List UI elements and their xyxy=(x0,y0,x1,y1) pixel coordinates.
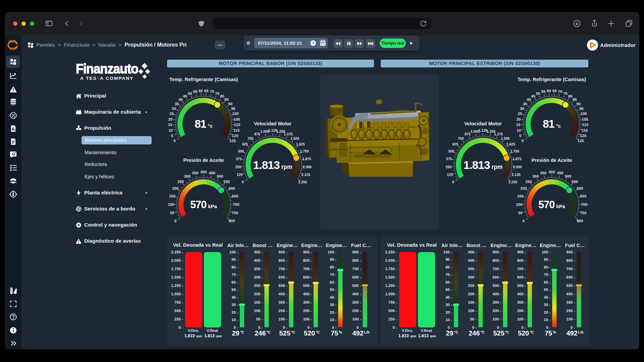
svg-text:2.000 -: 2.000 - xyxy=(385,258,397,262)
svg-text:Boost …: Boost … xyxy=(467,243,487,248)
svg-text:10: 10 xyxy=(168,128,173,132)
svg-text:525°C: 525°C xyxy=(279,329,296,337)
svg-text:0: 0 xyxy=(174,219,176,223)
svg-text:5: 5 xyxy=(519,134,522,138)
svg-text:25: 25 xyxy=(170,112,174,116)
svg-text:60: 60 xyxy=(199,89,203,93)
svg-text:100: 100 xyxy=(168,202,174,206)
svg-text:2.000 -: 2.000 - xyxy=(171,258,183,262)
svg-text:500 -: 500 - xyxy=(174,309,183,313)
svg-text:800 -: 800 - xyxy=(278,258,287,262)
svg-text:520°C: 520°C xyxy=(518,329,534,337)
svg-text:2.250 -: 2.250 - xyxy=(385,250,397,254)
svg-text:35: 35 xyxy=(523,102,527,106)
svg-text:50: 50 xyxy=(170,211,174,215)
svg-text:1.750: 1.750 xyxy=(300,149,309,153)
svg-text:10 -: 10 - xyxy=(445,318,452,322)
svg-text:90 -: 90 - xyxy=(445,257,452,261)
svg-text:30 -: 30 - xyxy=(231,303,238,307)
svg-text:90 -: 90 - xyxy=(231,257,238,261)
svg-text:375: 375 xyxy=(446,157,452,161)
svg-text:110: 110 xyxy=(234,123,240,127)
svg-text:80 -: 80 - xyxy=(231,265,238,269)
svg-text:90 -: 90 - xyxy=(544,257,550,261)
svg-text:1.813rpm: 1.813rpm xyxy=(253,159,292,171)
svg-text:100 -: 100 - xyxy=(443,250,452,254)
svg-text:1.375: 1.375 xyxy=(284,132,292,136)
svg-text:1.500: 1.500 xyxy=(501,136,509,140)
svg-text:900 -: 900 - xyxy=(303,250,312,254)
svg-text:70 -: 70 - xyxy=(445,273,452,277)
svg-text:1.125: 1.125 xyxy=(479,128,487,132)
svg-text:Fuel C…: Fuel C… xyxy=(351,243,371,248)
svg-text:V.Real: V.Real xyxy=(207,328,218,333)
svg-text:350 -: 350 - xyxy=(254,267,263,271)
svg-text:40 -: 40 - xyxy=(445,295,452,299)
svg-text:200 -: 200 - xyxy=(517,309,526,313)
svg-text:200 -: 200 - xyxy=(303,309,312,313)
svg-text:700 -: 700 - xyxy=(566,267,575,271)
svg-text:150 -: 150 - xyxy=(468,300,477,304)
svg-text:30 -: 30 - xyxy=(544,303,550,307)
svg-text:200 -: 200 - xyxy=(278,309,287,313)
svg-text:100 -: 100 - xyxy=(468,309,477,313)
svg-text:85: 85 xyxy=(224,98,229,102)
svg-text:V.Real: V.Real xyxy=(421,328,432,333)
svg-text:200 -: 200 - xyxy=(566,309,575,313)
svg-text:700 -: 700 - xyxy=(352,267,361,271)
svg-text:125: 125 xyxy=(229,139,236,143)
svg-text:250 -: 250 - xyxy=(388,317,397,321)
svg-text:0 -: 0 - xyxy=(283,325,287,329)
svg-text:1.000 -: 1.000 - xyxy=(171,292,183,296)
svg-text:81°c: 81°c xyxy=(195,118,213,130)
svg-text:50 -: 50 - xyxy=(231,288,238,292)
svg-text:100 -: 100 - xyxy=(328,250,336,254)
svg-text:200 -: 200 - xyxy=(492,309,501,313)
svg-text:1.625: 1.625 xyxy=(506,142,515,146)
svg-text:10: 10 xyxy=(517,128,521,132)
svg-text:V.Des.: V.Des. xyxy=(402,328,413,333)
svg-text:520°C: 520°C xyxy=(304,329,320,337)
svg-text:100 -: 100 - xyxy=(542,250,550,254)
svg-text:70 -: 70 - xyxy=(544,273,550,277)
svg-text:600 -: 600 - xyxy=(352,275,361,279)
svg-text:80 -: 80 - xyxy=(330,265,336,269)
svg-text:15: 15 xyxy=(168,123,172,127)
svg-text:450: 450 xyxy=(557,171,564,175)
svg-text:600 -: 600 - xyxy=(492,275,501,279)
svg-text:1.000: 1.000 xyxy=(471,129,479,133)
svg-text:0 -: 0 - xyxy=(332,325,337,329)
svg-text:90: 90 xyxy=(228,102,232,106)
svg-text:20 -: 20 - xyxy=(231,310,238,314)
svg-text:700: 700 xyxy=(581,202,587,206)
svg-text:900 -: 900 - xyxy=(352,250,361,254)
svg-text:2.000: 2.000 xyxy=(513,165,522,169)
svg-text:250 -: 250 - xyxy=(174,317,183,321)
svg-text:600: 600 xyxy=(228,186,235,190)
svg-text:50: 50 xyxy=(518,211,523,215)
svg-text:2.250: 2.250 xyxy=(298,180,307,184)
svg-text:800 -: 800 - xyxy=(352,258,361,262)
svg-text:100 -: 100 - xyxy=(254,309,263,313)
svg-text:1.750: 1.750 xyxy=(510,149,519,153)
svg-text:570kPa: 570kPa xyxy=(538,199,565,210)
svg-text:450 -: 450 - xyxy=(468,250,477,254)
svg-text:75%: 75% xyxy=(331,329,342,337)
svg-text:500: 500 xyxy=(217,174,223,178)
svg-text:1.625: 1.625 xyxy=(296,142,305,146)
svg-text:5: 5 xyxy=(171,134,173,138)
svg-text:150: 150 xyxy=(517,194,524,198)
svg-text:0: 0 xyxy=(242,180,244,184)
svg-text:50 -: 50 - xyxy=(470,317,477,321)
svg-text:V.Des.: V.Des. xyxy=(188,328,199,333)
svg-text:0 -: 0 - xyxy=(357,325,361,329)
svg-text:Engine…: Engine… xyxy=(326,243,347,248)
svg-text:0 -: 0 - xyxy=(393,325,397,329)
svg-text:95: 95 xyxy=(231,107,235,111)
svg-text:900 -: 900 - xyxy=(278,250,287,254)
svg-text:Engine…: Engine… xyxy=(515,243,536,248)
svg-text:70 -: 70 - xyxy=(330,273,336,277)
svg-text:100: 100 xyxy=(232,112,239,116)
svg-text:40: 40 xyxy=(527,98,531,102)
svg-text:30 -: 30 - xyxy=(445,303,452,307)
